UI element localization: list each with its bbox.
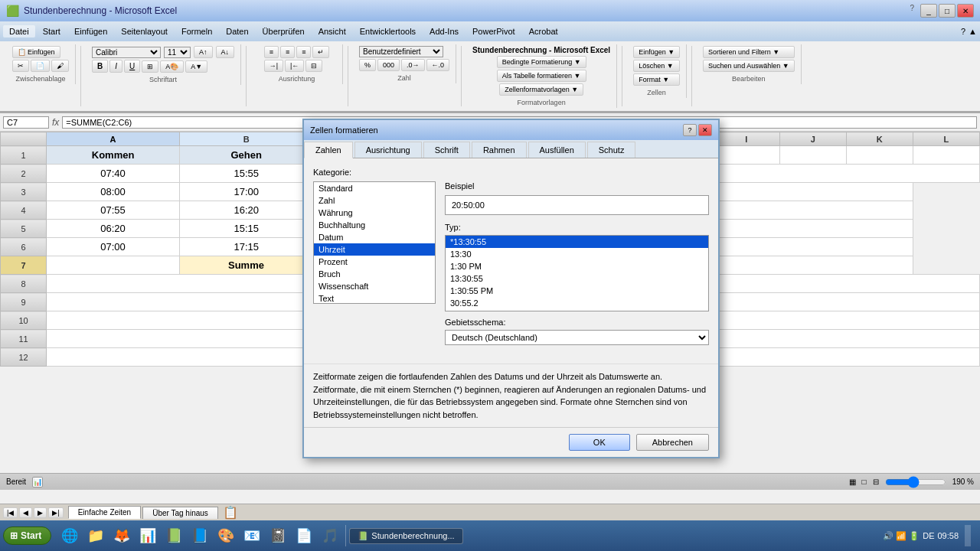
start-label: Start [21, 530, 41, 541]
dialog-controls: ? ✕ [683, 124, 712, 136]
kategorie-label: Kategorie: [313, 168, 709, 177]
taskbar-tray: 🔊 📶 🔋 DE 09:58 [877, 525, 977, 546]
dialog-overlay: Zellen formatieren ? ✕ Zahlen Ausrichtun… [0, 0, 980, 551]
beispiel-label: Beispiel [445, 181, 709, 191]
typ-list: *13:30:55 13:30 1:30 PM 13:30:55 1:30:55… [446, 236, 708, 311]
active-window-icon: 📗 [358, 531, 368, 541]
typ-30-55-2[interactable]: 30:55.2 [446, 297, 708, 309]
taskbar-onenote-icon[interactable]: 📓 [266, 523, 290, 548]
taskbar-outlook-icon[interactable]: 📧 [240, 523, 264, 548]
language-indicator[interactable]: DE [923, 531, 934, 540]
gebiets-label: Gebietsschema: [445, 318, 709, 327]
dialog-title: Zellen formatieren [310, 126, 378, 135]
active-window-title: Stundenberechnung... [371, 531, 454, 540]
kat-standard[interactable]: Standard [314, 182, 435, 194]
taskbar-sep [345, 525, 346, 546]
cancel-button[interactable]: Abbrechen [636, 434, 709, 451]
typ-13-30-55-starred[interactable]: *13:30:55 [446, 236, 708, 248]
dialog-tab-rahmen[interactable]: Rahmen [472, 142, 527, 158]
kat-uhrzeit[interactable]: Uhrzeit [314, 243, 435, 256]
show-desktop-button[interactable] [965, 525, 971, 546]
gebiets-select[interactable]: Deutsch (Deutschland) [445, 330, 709, 345]
dialog-buttons: OK Abbrechen [304, 427, 718, 457]
right-panel: Beispiel 20:50:00 Typ: *13:30:55 13:30 1… [445, 181, 709, 345]
typ-1-30-pm[interactable]: 1:30 PM [446, 260, 708, 272]
taskbar-media-icon[interactable]: 🎵 [318, 523, 342, 548]
ok-button[interactable]: OK [569, 434, 630, 451]
taskbar-ie-icon[interactable]: 🌐 [57, 523, 82, 548]
kat-bruch[interactable]: Bruch [314, 268, 435, 280]
kategorie-list: Standard Zahl Währung Buchhaltung Datum … [313, 181, 436, 304]
kat-zahl[interactable]: Zahl [314, 194, 435, 207]
dialog-title-bar: Zellen formatieren ? ✕ [304, 120, 718, 140]
description-area: Zeitformate zeigen die fortlaufenden Zah… [304, 364, 718, 427]
kat-prozent[interactable]: Prozent [314, 256, 435, 268]
format-dialog: Zellen formatieren ? ✕ Zahlen Ausrichtun… [302, 119, 720, 458]
kat-buchhaltung[interactable]: Buchhaltung [314, 219, 435, 231]
typ-list-container: *13:30:55 13:30 1:30 PM 13:30:55 1:30:55… [445, 235, 709, 311]
taskbar-pinned-icons: 🌐 📁 🦊 📊 📗 📘 🎨 📧 📓 📄 🎵 [57, 523, 342, 548]
typ-13-30-55[interactable]: 13:30:55 [446, 272, 708, 285]
description-text: Zeitformate zeigen die fortlaufenden Zah… [313, 372, 706, 419]
kat-waehrung[interactable]: Währung [314, 207, 435, 219]
taskbar-paint-icon[interactable]: 🎨 [214, 523, 238, 548]
kat-wissenschaft[interactable]: Wissenschaft [314, 280, 435, 292]
dialog-tab-schutz[interactable]: Schutz [587, 142, 636, 158]
dialog-tab-schrift[interactable]: Schrift [423, 142, 470, 158]
dialog-tabs: Zahlen Ausrichtung Schrift Rahmen Ausfül… [304, 140, 718, 158]
taskbar: ⊞ Start 🌐 📁 🦊 📊 📗 📘 🎨 📧 📓 📄 🎵 📗 Stundenb… [0, 520, 980, 551]
typ-label: Typ: [445, 223, 709, 232]
dialog-tab-zahlen[interactable]: Zahlen [304, 142, 353, 158]
dialog-tab-ausrichtung[interactable]: Ausrichtung [354, 142, 422, 158]
taskbar-excel-icon[interactable]: 📗 [162, 523, 186, 548]
dialog-tab-ausfuellen[interactable]: Ausfüllen [528, 142, 586, 158]
typ-37-30-55[interactable]: 37:30:55 [446, 309, 708, 311]
kat-datum[interactable]: Datum [314, 231, 435, 243]
taskbar-firefox-icon[interactable]: 🦊 [109, 523, 134, 548]
typ-13-30[interactable]: 13:30 [446, 248, 708, 260]
dialog-body: Kategorie: Standard Zahl Währung Buchhal… [304, 158, 718, 364]
kategorie-section: Standard Zahl Währung Buchhaltung Datum … [313, 181, 709, 345]
kat-text[interactable]: Text [314, 292, 435, 304]
active-window-button[interactable]: 📗 Stundenberechnung... [349, 528, 462, 544]
windows-logo-icon: ⊞ [10, 530, 18, 541]
taskbar-acrobat-icon[interactable]: 📄 [292, 523, 316, 548]
typ-1-30-55-pm[interactable]: 1:30:55 PM [446, 285, 708, 297]
tray-icons: 🔊 📶 🔋 [883, 531, 920, 541]
dialog-close-button[interactable]: ✕ [698, 124, 712, 136]
taskbar-folder-icon[interactable]: 📁 [83, 523, 108, 548]
taskbar-ppt-icon[interactable]: 📊 [136, 523, 160, 548]
clock[interactable]: 09:58 [937, 531, 959, 540]
start-button[interactable]: ⊞ Start [3, 527, 51, 545]
dialog-help-button[interactable]: ? [683, 124, 697, 136]
beispiel-value: 20:50:00 [445, 195, 709, 215]
taskbar-right: 🔊 📶 🔋 DE 09:58 [877, 525, 977, 546]
taskbar-word-icon[interactable]: 📘 [188, 523, 212, 548]
